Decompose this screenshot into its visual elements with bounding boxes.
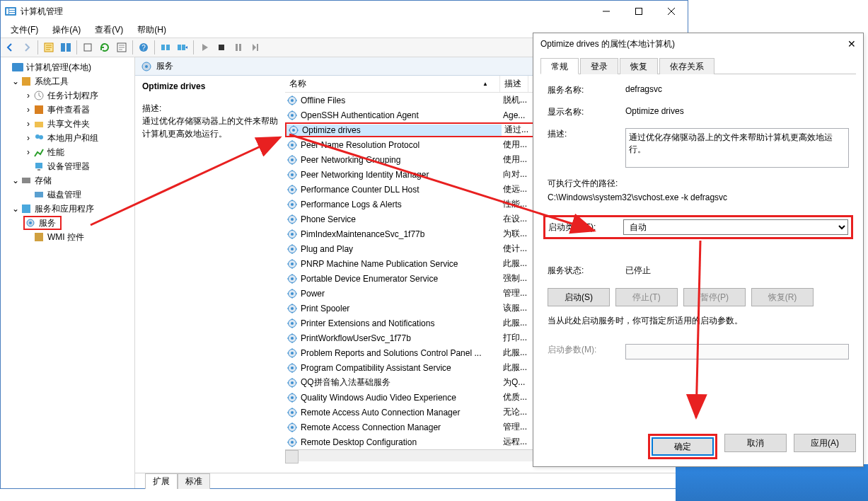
svg-point-87: [291, 218, 294, 221]
svg-point-147: [291, 367, 294, 369]
desc-label: 描述:: [142, 103, 278, 115]
tree-task-scheduler[interactable]: ›任务计划程序: [2, 88, 133, 103]
exe-label: 可执行文件的路径:: [548, 178, 849, 190]
menu-view[interactable]: 查看(V): [88, 23, 130, 38]
svg-point-57: [291, 144, 294, 146]
tree-performance[interactable]: ›性能: [2, 145, 133, 159]
svg-point-135: [291, 337, 294, 340]
toolbar-pause[interactable]: [231, 40, 246, 55]
tree-services[interactable]: 服务: [23, 216, 62, 230]
tree-disk-management[interactable]: 磁盘管理: [2, 188, 133, 202]
svg-rect-19: [239, 44, 241, 51]
services-header-text: 服务: [156, 60, 173, 72]
svg-point-27: [39, 135, 43, 139]
toolbar-stop[interactable]: [214, 40, 229, 55]
svg-rect-22: [22, 77, 30, 86]
svg-point-93: [291, 233, 294, 236]
desc-text2: 通过优化存储驱动器上的文件来帮助计算机更高效地运行。: [625, 128, 849, 168]
startup-type-select[interactable]: 自动: [623, 219, 848, 235]
svg-rect-16: [182, 45, 185, 50]
tree-shared-folders[interactable]: ›共享文件夹: [2, 117, 133, 131]
toolbar-connect2[interactable]: [175, 40, 190, 55]
forward-button[interactable]: [19, 40, 35, 55]
tab-recovery[interactable]: 恢复: [620, 58, 658, 74]
service-properties-dialog: Optimize drives 的属性(本地计算机) ✕ 常规 登录 恢复 依存…: [533, 33, 864, 467]
svg-rect-14: [166, 45, 170, 50]
svg-rect-28: [35, 163, 42, 168]
svg-rect-2: [9, 8, 15, 10]
start-button[interactable]: 启动(S): [548, 288, 610, 306]
svg-rect-25: [35, 122, 43, 127]
menu-action[interactable]: 操作(A): [45, 23, 88, 38]
ok-button[interactable]: 确定: [652, 437, 714, 456]
minimize-button[interactable]: [590, 1, 623, 22]
taskbar-region: [676, 464, 868, 501]
tree-root[interactable]: 计算机管理(本地): [2, 60, 133, 74]
service-detail-pane: Optimize drives 描述: 通过优化存储驱动器上的文件来帮助计算机更…: [135, 76, 285, 473]
toolbar-refresh[interactable]: [97, 40, 112, 55]
menu-file[interactable]: 文件(F): [4, 23, 45, 38]
desc-text: 通过优化存储驱动器上的文件来帮助计算机更高效地运行。: [142, 115, 278, 140]
toolbar-export-list[interactable]: [114, 40, 129, 55]
svg-point-51: [292, 129, 295, 132]
maximize-button[interactable]: [623, 1, 655, 22]
svg-point-45: [291, 114, 294, 117]
col-desc[interactable]: 描述: [500, 76, 528, 92]
toolbar-columns[interactable]: [58, 40, 74, 55]
svg-point-117: [291, 292, 294, 295]
svg-rect-24: [35, 105, 43, 114]
svg-rect-7: [61, 43, 65, 52]
status-value: 已停止: [625, 265, 651, 277]
svg-rect-31: [35, 192, 43, 197]
titlebar: 计算机管理: [1, 1, 688, 22]
toolbar-export[interactable]: [80, 40, 96, 55]
tree-system-tools[interactable]: ⌄系统工具: [2, 74, 133, 88]
cancel-button[interactable]: 取消: [724, 434, 787, 452]
svg-rect-21: [12, 63, 23, 71]
svg-point-99: [291, 248, 294, 250]
close-button[interactable]: [655, 1, 688, 22]
svg-rect-9: [84, 44, 91, 51]
tree-storage[interactable]: ⌄存储: [2, 173, 133, 188]
svg-rect-5: [636, 8, 642, 15]
tab-standard[interactable]: 标准: [178, 473, 210, 489]
startup-type-label: 启动类型(E):: [548, 221, 623, 234]
tab-general[interactable]: 常规: [540, 58, 579, 74]
tree-device-manager[interactable]: 设备管理器: [2, 159, 133, 173]
app-icon: [5, 6, 16, 17]
svg-text:?: ?: [141, 44, 146, 52]
titlebar-text: 计算机管理: [21, 6, 63, 18]
tab-extended[interactable]: 扩展: [145, 473, 178, 489]
toolbar-properties[interactable]: [41, 40, 57, 55]
svg-rect-17: [219, 45, 224, 50]
selected-service-name: Optimize drives: [142, 81, 278, 91]
svg-rect-29: [37, 169, 40, 171]
svg-point-141: [291, 352, 294, 355]
toolbar-connect[interactable]: [158, 40, 173, 55]
tab-dependencies[interactable]: 依存关系: [659, 58, 714, 74]
toolbar-restart[interactable]: [248, 40, 263, 55]
start-params-input: [625, 344, 849, 359]
toolbar-play[interactable]: [197, 40, 212, 55]
menu-help[interactable]: 帮助(H): [130, 23, 173, 38]
exe-value: C:\Windows\system32\svchost.exe -k defra…: [548, 192, 849, 202]
tab-logon[interactable]: 登录: [580, 58, 618, 74]
tree-event-viewer[interactable]: ›事件查看器: [2, 103, 133, 117]
back-button[interactable]: [2, 40, 18, 55]
svg-point-75: [291, 188, 294, 191]
col-name[interactable]: 名称▲: [285, 76, 500, 92]
svg-rect-30: [22, 178, 30, 183]
toolbar-help[interactable]: ?: [136, 40, 151, 55]
apply-button[interactable]: 应用(A): [794, 434, 856, 452]
tree-wmi[interactable]: WMI 控件: [2, 230, 133, 244]
svg-rect-3: [9, 11, 15, 12]
tree-pane: 计算机管理(本地) ⌄系统工具 ›任务计划程序 ›事件查看器 ›共享文件夹 ›本…: [1, 57, 135, 488]
svg-point-39: [291, 99, 294, 102]
gear-icon: [141, 61, 152, 72]
dialog-close-button[interactable]: ✕: [847, 38, 856, 50]
tree-services-apps[interactable]: ⌄服务和应用程序: [2, 202, 133, 216]
svg-point-69: [291, 173, 294, 176]
svg-rect-4: [9, 13, 15, 14]
stop-button: 停止(T): [615, 288, 678, 306]
tree-local-users[interactable]: ›本地用户和组: [2, 131, 133, 145]
